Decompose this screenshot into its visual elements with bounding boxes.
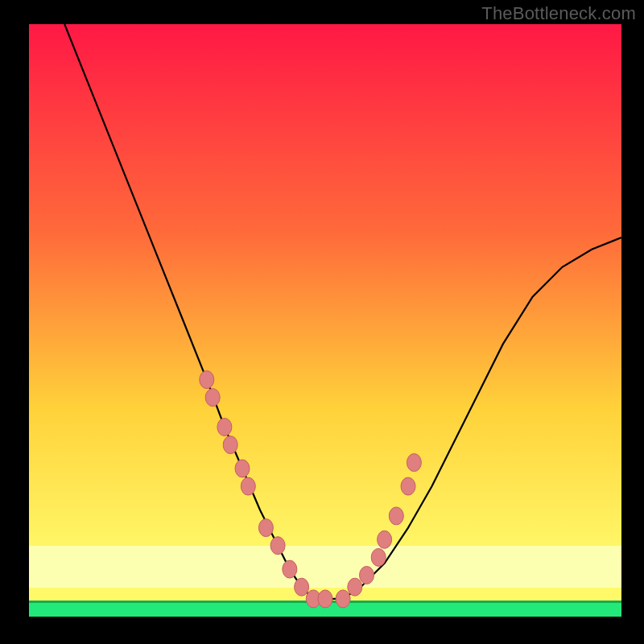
- marker-dot: [336, 590, 350, 608]
- marker-dot: [348, 578, 362, 596]
- plot-area: [29, 24, 621, 617]
- pale-band: [29, 546, 621, 588]
- marker-dot: [389, 507, 403, 525]
- marker-dot: [217, 419, 232, 436]
- marker-dot: [270, 537, 285, 555]
- marker-dot: [378, 530, 392, 548]
- marker-dot: [205, 389, 220, 407]
- gradient-bg: [29, 24, 621, 617]
- chart-frame: TheBottleneck.com: [0, 0, 644, 644]
- marker-dot: [318, 590, 332, 608]
- watermark-text: TheBottleneck.com: [481, 3, 636, 24]
- marker-dot: [200, 371, 214, 389]
- marker-dot: [295, 578, 309, 596]
- marker-dot: [235, 460, 250, 477]
- marker-dot: [401, 477, 415, 495]
- marker-dot: [360, 567, 374, 584]
- marker-dot: [241, 477, 255, 495]
- marker-dot: [407, 454, 421, 472]
- marker-dot: [258, 519, 273, 537]
- marker-dot: [283, 560, 297, 578]
- marker-dot: [371, 548, 386, 566]
- chart-svg: [29, 24, 621, 617]
- marker-dot: [223, 436, 237, 454]
